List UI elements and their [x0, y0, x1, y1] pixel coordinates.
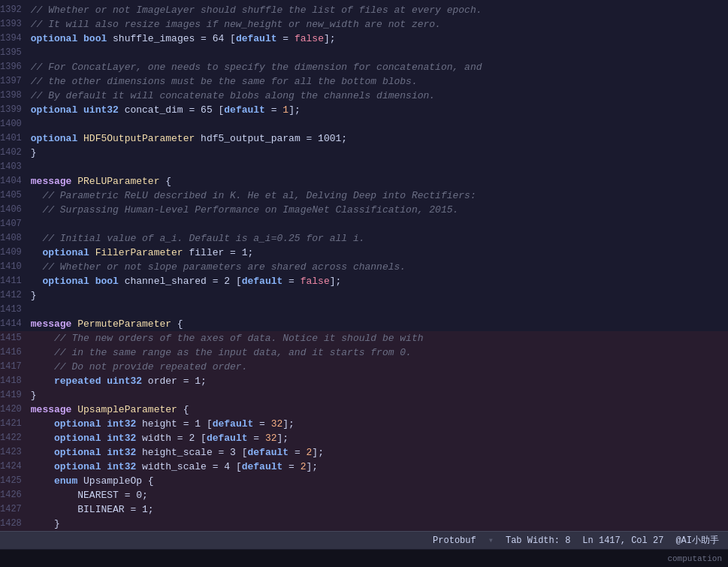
table-row: 1413: [0, 303, 728, 317]
table-row: 1427 BILINEAR = 1;: [0, 502, 728, 517]
line-number: 1428: [0, 517, 31, 531]
line-content: }: [31, 517, 722, 531]
table-row: 1420message UpsampleParameter {: [0, 403, 728, 417]
line-content: }: [31, 288, 722, 303]
table-row: 1404message PReLUParameter {: [0, 174, 728, 188]
table-row: 1425 enum UpsampleOp {: [0, 474, 728, 488]
table-row: 1412}: [0, 288, 728, 303]
line-content: enum UpsampleOp {: [31, 474, 722, 488]
line-content: // For ConcatLayer, one needs to specify…: [31, 60, 722, 74]
table-row: 1395: [0, 46, 728, 60]
line-number: 1425: [0, 474, 31, 488]
table-row: 1405 // Parametric ReLU described in K. …: [0, 188, 728, 203]
cursor-position: Ln 1417, Col 27: [582, 535, 663, 546]
table-row: 1428 }: [0, 517, 728, 531]
line-content: // the other dimensions must be the same…: [31, 74, 722, 89]
line-number: 1409: [0, 246, 31, 260]
file-type[interactable]: Protobuf: [433, 535, 476, 546]
line-number: 1393: [0, 17, 31, 32]
line-number: 1414: [0, 317, 31, 331]
line-number: 1402: [0, 146, 31, 160]
bottom-label: computation: [667, 554, 722, 563]
table-row: 1409 optional FillerParameter filler = 1…: [0, 246, 728, 260]
line-content: // Whether or not slope parameters are s…: [31, 260, 722, 274]
line-number: 1404: [0, 174, 31, 188]
line-number: 1424: [0, 460, 31, 474]
line-number: 1392: [0, 3, 31, 17]
bottom-bar: computation: [0, 549, 728, 567]
table-row: 1400: [0, 117, 728, 131]
line-number: 1405: [0, 188, 31, 203]
line-number: 1397: [0, 74, 31, 89]
line-content: // The new orders of the axes of data. N…: [31, 331, 722, 345]
line-content: optional bool shuffle_images = 64 [defau…: [31, 32, 722, 46]
line-content: repeated uint32 order = 1;: [31, 374, 722, 388]
line-number: 1421: [0, 417, 31, 431]
line-number: 1403: [0, 160, 31, 174]
line-content: // Whether or not ImageLayer should shuf…: [31, 3, 722, 17]
table-row: 1402}: [0, 146, 728, 160]
table-row: 1392// Whether or not ImageLayer should …: [0, 3, 728, 17]
line-number: 1400: [0, 117, 31, 131]
line-number: 1412: [0, 288, 31, 303]
table-row: 1399optional uint32 concat_dim = 65 [def…: [0, 103, 728, 117]
line-content: // in the same range as the input data, …: [31, 345, 722, 360]
table-row: 1394optional bool shuffle_images = 64 [d…: [0, 32, 728, 46]
line-number: 1423: [0, 445, 31, 460]
line-number: 1420: [0, 403, 31, 417]
line-content: optional int32 height_scale = 3 [default…: [31, 445, 722, 460]
line-number: 1394: [0, 32, 31, 46]
line-content: NEAREST = 0;: [31, 488, 722, 502]
table-row: 1415 // The new orders of the axes of da…: [0, 331, 728, 345]
line-number: 1417: [0, 360, 31, 374]
line-content: optional int32 width_scale = 4 [default …: [31, 460, 722, 474]
table-row: 1410 // Whether or not slope parameters …: [0, 260, 728, 274]
table-row: 1422 optional int32 width = 2 [default =…: [0, 431, 728, 445]
table-row: 1423 optional int32 height_scale = 3 [de…: [0, 445, 728, 460]
table-row: 1411 optional bool channel_shared = 2 [d…: [0, 274, 728, 288]
line-number: 1399: [0, 103, 31, 117]
table-row: 1396// For ConcatLayer, one needs to spe…: [0, 60, 728, 74]
line-content: // Parametric ReLU described in K. He et…: [31, 188, 722, 203]
line-content: optional FillerParameter filler = 1;: [31, 246, 722, 260]
line-content: // Do not provide repeated order.: [31, 360, 722, 374]
line-number: 1415: [0, 331, 31, 345]
table-row: 1419}: [0, 388, 728, 403]
table-row: 1406 // Surpassing Human-Level Performan…: [0, 203, 728, 217]
line-number: 1411: [0, 274, 31, 288]
line-content: // Surpassing Human-Level Performance on…: [31, 203, 722, 217]
table-row: 1421 optional int32 height = 1 [default …: [0, 417, 728, 431]
status-bar: Protobuf ▾ Tab Width: 8 Ln 1417, Col 27 …: [0, 531, 728, 549]
line-number: 1410: [0, 260, 31, 274]
code-container[interactable]: 1392// Whether or not ImageLayer should …: [0, 0, 728, 531]
line-number: 1401: [0, 131, 31, 146]
line-content: // It will also resize images if new_hei…: [31, 17, 722, 32]
line-content: message UpsampleParameter {: [31, 403, 722, 417]
line-number: 1413: [0, 303, 31, 317]
table-row: 1398// By default it will concatenate bl…: [0, 89, 728, 103]
line-content: optional int32 width = 2 [default = 32];: [31, 431, 722, 445]
line-content: optional int32 height = 1 [default = 32]…: [31, 417, 722, 431]
tab-width[interactable]: Tab Width: 8: [506, 535, 570, 546]
table-row: 1426 NEAREST = 0;: [0, 488, 728, 502]
line-number: 1426: [0, 488, 31, 502]
line-content: // Initial value of a_i. Default is a_i=…: [31, 231, 722, 246]
line-number: 1422: [0, 431, 31, 445]
line-number: 1406: [0, 203, 31, 217]
editor-area: 1392// Whether or not ImageLayer should …: [0, 0, 728, 531]
table-row: 1408 // Initial value of a_i. Default is…: [0, 231, 728, 246]
line-content: }: [31, 146, 722, 160]
line-number: 1396: [0, 60, 31, 74]
line-number: 1408: [0, 231, 31, 246]
table-row: 1414message PermuteParameter {: [0, 317, 728, 331]
table-row: 1407: [0, 217, 728, 231]
line-number: 1419: [0, 388, 31, 403]
table-row: 1418 repeated uint32 order = 1;: [0, 374, 728, 388]
table-row: 1416 // in the same range as the input d…: [0, 345, 728, 360]
line-number: 1418: [0, 374, 31, 388]
line-number: 1416: [0, 345, 31, 360]
table-row: 1397// the other dimensions must be the …: [0, 74, 728, 89]
line-number: 1395: [0, 46, 31, 60]
line-content: }: [31, 388, 722, 403]
line-number: 1427: [0, 502, 31, 517]
